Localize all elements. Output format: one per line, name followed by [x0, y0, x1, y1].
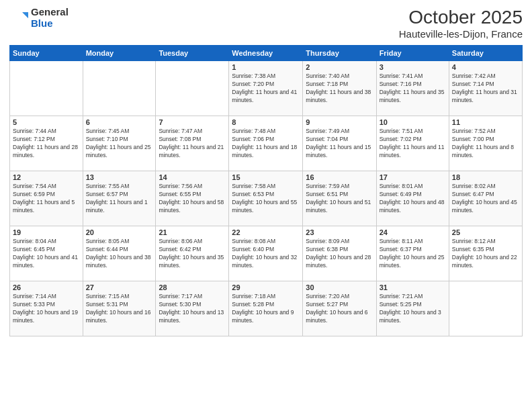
- day-number: 9: [306, 118, 373, 126]
- calendar-cell: 29Sunrise: 7:18 AM Sunset: 5:28 PM Dayli…: [229, 281, 303, 336]
- day-number: 23: [306, 228, 373, 236]
- calendar-cell: 1Sunrise: 7:38 AM Sunset: 7:20 PM Daylig…: [229, 61, 303, 116]
- day-number: 25: [452, 228, 519, 236]
- day-content: Sunrise: 8:12 AM Sunset: 6:35 PM Dayligh…: [452, 238, 519, 270]
- day-content: Sunrise: 7:40 AM Sunset: 7:18 PM Dayligh…: [306, 73, 373, 105]
- calendar-cell: 5Sunrise: 7:44 AM Sunset: 7:12 PM Daylig…: [10, 116, 83, 171]
- day-number: 14: [159, 173, 226, 181]
- day-content: Sunrise: 7:47 AM Sunset: 7:08 PM Dayligh…: [159, 128, 226, 160]
- day-content: Sunrise: 8:04 AM Sunset: 6:45 PM Dayligh…: [13, 238, 80, 270]
- header: General Blue October 2025 Hauteville-les…: [9, 7, 523, 40]
- day-content: Sunrise: 7:58 AM Sunset: 6:53 PM Dayligh…: [232, 183, 300, 215]
- day-content: Sunrise: 8:01 AM Sunset: 6:49 PM Dayligh…: [380, 183, 446, 215]
- calendar-week-4: 26Sunrise: 7:14 AM Sunset: 5:33 PM Dayli…: [10, 281, 523, 336]
- day-number: 27: [86, 283, 153, 291]
- calendar-cell: 17Sunrise: 8:01 AM Sunset: 6:49 PM Dayli…: [376, 171, 449, 226]
- calendar-cell: 18Sunrise: 8:02 AM Sunset: 6:47 PM Dayli…: [449, 171, 522, 226]
- calendar-cell: [449, 281, 522, 336]
- weekday-header-row: SundayMondayTuesdayWednesdayThursdayFrid…: [10, 46, 523, 61]
- weekday-header-friday: Friday: [376, 46, 449, 61]
- calendar-cell: 22Sunrise: 8:08 AM Sunset: 6:40 PM Dayli…: [229, 226, 303, 281]
- day-number: 5: [13, 118, 80, 126]
- day-number: 2: [306, 63, 373, 71]
- calendar-cell: 10Sunrise: 7:51 AM Sunset: 7:02 PM Dayli…: [376, 116, 449, 171]
- logo-general: General: [31, 7, 69, 18]
- day-number: 7: [159, 118, 226, 126]
- logo: General Blue: [9, 7, 69, 29]
- calendar-cell: 6Sunrise: 7:45 AM Sunset: 7:10 PM Daylig…: [83, 116, 156, 171]
- calendar-cell: 28Sunrise: 7:17 AM Sunset: 5:30 PM Dayli…: [156, 281, 229, 336]
- calendar-cell: 20Sunrise: 8:05 AM Sunset: 6:44 PM Dayli…: [83, 226, 156, 281]
- day-content: Sunrise: 7:17 AM Sunset: 5:30 PM Dayligh…: [159, 293, 226, 325]
- day-content: Sunrise: 7:21 AM Sunset: 5:25 PM Dayligh…: [380, 293, 446, 325]
- day-content: Sunrise: 7:55 AM Sunset: 6:57 PM Dayligh…: [86, 183, 153, 215]
- day-number: 30: [306, 283, 373, 291]
- calendar-cell: [10, 61, 83, 116]
- logo-icon: [9, 9, 28, 28]
- calendar-week-0: 1Sunrise: 7:38 AM Sunset: 7:20 PM Daylig…: [10, 61, 523, 116]
- calendar-cell: 31Sunrise: 7:21 AM Sunset: 5:25 PM Dayli…: [376, 281, 449, 336]
- logo-blue: Blue: [31, 18, 69, 30]
- day-content: Sunrise: 8:08 AM Sunset: 6:40 PM Dayligh…: [232, 238, 300, 270]
- day-content: Sunrise: 7:51 AM Sunset: 7:02 PM Dayligh…: [380, 128, 446, 160]
- svg-marker-1: [22, 12, 28, 18]
- month-title: October 2025: [399, 7, 523, 28]
- calendar-cell: 21Sunrise: 8:06 AM Sunset: 6:42 PM Dayli…: [156, 226, 229, 281]
- title-block: October 2025 Hauteville-les-Dijon, Franc…: [399, 7, 523, 40]
- calendar-cell: 14Sunrise: 7:56 AM Sunset: 6:55 PM Dayli…: [156, 171, 229, 226]
- calendar-cell: 24Sunrise: 8:11 AM Sunset: 6:37 PM Dayli…: [376, 226, 449, 281]
- day-number: 24: [380, 228, 446, 236]
- weekday-header-tuesday: Tuesday: [156, 46, 229, 61]
- day-content: Sunrise: 7:18 AM Sunset: 5:28 PM Dayligh…: [232, 293, 300, 325]
- day-number: 22: [232, 228, 300, 236]
- day-number: 26: [13, 283, 80, 291]
- calendar-cell: 27Sunrise: 7:15 AM Sunset: 5:31 PM Dayli…: [83, 281, 156, 336]
- day-content: Sunrise: 7:38 AM Sunset: 7:20 PM Dayligh…: [232, 73, 300, 105]
- calendar-cell: 25Sunrise: 8:12 AM Sunset: 6:35 PM Dayli…: [449, 226, 522, 281]
- day-content: Sunrise: 7:49 AM Sunset: 7:04 PM Dayligh…: [306, 128, 373, 160]
- calendar-week-3: 19Sunrise: 8:04 AM Sunset: 6:45 PM Dayli…: [10, 226, 523, 281]
- day-number: 11: [452, 118, 519, 126]
- weekday-header-thursday: Thursday: [303, 46, 376, 61]
- logo-text: General Blue: [31, 7, 69, 29]
- day-number: 8: [232, 118, 300, 126]
- calendar-cell: [83, 61, 156, 116]
- day-content: Sunrise: 8:06 AM Sunset: 6:42 PM Dayligh…: [159, 238, 226, 270]
- calendar-body: 1Sunrise: 7:38 AM Sunset: 7:20 PM Daylig…: [10, 61, 523, 336]
- day-number: 31: [380, 283, 446, 291]
- calendar-cell: 11Sunrise: 7:52 AM Sunset: 7:00 PM Dayli…: [449, 116, 522, 171]
- calendar-cell: 15Sunrise: 7:58 AM Sunset: 6:53 PM Dayli…: [229, 171, 303, 226]
- calendar-cell: 23Sunrise: 8:09 AM Sunset: 6:38 PM Dayli…: [303, 226, 376, 281]
- calendar-cell: 19Sunrise: 8:04 AM Sunset: 6:45 PM Dayli…: [10, 226, 83, 281]
- calendar-week-1: 5Sunrise: 7:44 AM Sunset: 7:12 PM Daylig…: [10, 116, 523, 171]
- day-number: 13: [86, 173, 153, 181]
- day-content: Sunrise: 7:15 AM Sunset: 5:31 PM Dayligh…: [86, 293, 153, 325]
- weekday-header-monday: Monday: [83, 46, 156, 61]
- weekday-header-wednesday: Wednesday: [229, 46, 303, 61]
- day-content: Sunrise: 8:11 AM Sunset: 6:37 PM Dayligh…: [380, 238, 446, 270]
- day-content: Sunrise: 7:48 AM Sunset: 7:06 PM Dayligh…: [232, 128, 300, 160]
- day-number: 6: [86, 118, 153, 126]
- day-content: Sunrise: 7:14 AM Sunset: 5:33 PM Dayligh…: [13, 293, 80, 325]
- day-number: 3: [380, 63, 446, 71]
- day-number: 16: [306, 173, 373, 181]
- calendar-cell: 13Sunrise: 7:55 AM Sunset: 6:57 PM Dayli…: [83, 171, 156, 226]
- calendar-cell: 30Sunrise: 7:20 AM Sunset: 5:27 PM Dayli…: [303, 281, 376, 336]
- day-content: Sunrise: 7:54 AM Sunset: 6:59 PM Dayligh…: [13, 183, 80, 215]
- calendar-cell: 9Sunrise: 7:49 AM Sunset: 7:04 PM Daylig…: [303, 116, 376, 171]
- day-content: Sunrise: 7:42 AM Sunset: 7:14 PM Dayligh…: [452, 73, 519, 105]
- day-content: Sunrise: 8:02 AM Sunset: 6:47 PM Dayligh…: [452, 183, 519, 215]
- day-number: 18: [452, 173, 519, 181]
- day-number: 10: [380, 118, 446, 126]
- calendar-cell: [156, 61, 229, 116]
- calendar-header: SundayMondayTuesdayWednesdayThursdayFrid…: [10, 46, 523, 61]
- page: General Blue October 2025 Hauteville-les…: [0, 0, 532, 411]
- weekday-header-saturday: Saturday: [449, 46, 522, 61]
- day-content: Sunrise: 7:44 AM Sunset: 7:12 PM Dayligh…: [13, 128, 80, 160]
- day-content: Sunrise: 7:45 AM Sunset: 7:10 PM Dayligh…: [86, 128, 153, 160]
- calendar-cell: 7Sunrise: 7:47 AM Sunset: 7:08 PM Daylig…: [156, 116, 229, 171]
- weekday-header-sunday: Sunday: [10, 46, 83, 61]
- day-content: Sunrise: 8:05 AM Sunset: 6:44 PM Dayligh…: [86, 238, 153, 270]
- day-number: 17: [380, 173, 446, 181]
- calendar-cell: 2Sunrise: 7:40 AM Sunset: 7:18 PM Daylig…: [303, 61, 376, 116]
